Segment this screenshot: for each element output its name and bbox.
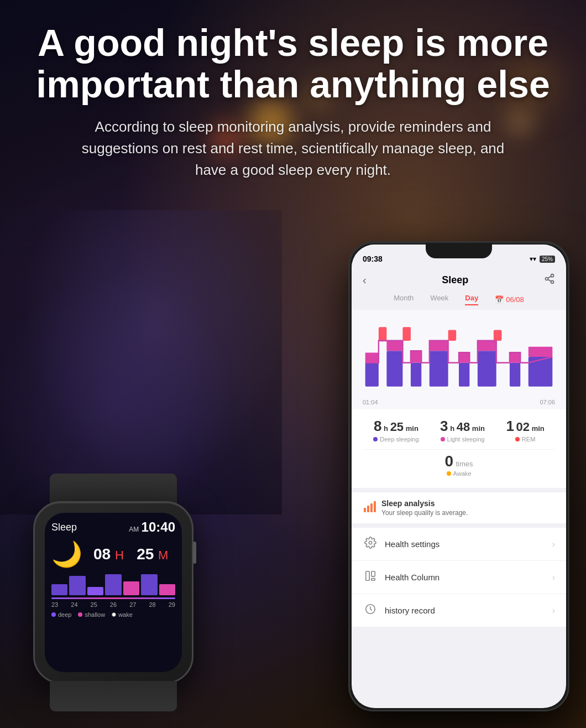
stat-rem-value: 1 02 min	[506, 418, 544, 435]
svg-rect-28	[374, 501, 376, 512]
watch-hour: 10:40	[142, 519, 175, 534]
svg-rect-30	[366, 571, 369, 581]
stats-row-main: 8 h 25 min Deep sleeping	[363, 418, 555, 443]
watch-sleep-duration: 08 H 25 M	[93, 545, 168, 563]
legend-label-deep: deep	[58, 611, 71, 618]
smartphone-container: 09:38 ▾▾ 25% ‹ Sleep	[348, 241, 569, 711]
stat-deep-min-unit: min	[406, 424, 418, 433]
legend-dot-shallow	[78, 612, 82, 617]
analysis-icon	[363, 500, 376, 517]
stat-deep-sleep: 8 h 25 min Deep sleeping	[373, 418, 418, 443]
awake-label-text: Awake	[453, 470, 472, 477]
stat-dot-awake	[447, 471, 451, 476]
history-record-icon	[363, 603, 378, 618]
legend-label-shallow: shallow	[85, 611, 105, 618]
smartphone-body: 09:38 ▾▾ 25% ‹ Sleep	[348, 241, 569, 711]
svg-rect-8	[430, 351, 448, 387]
watch-bar-1	[51, 584, 67, 595]
stat-dot-light	[441, 437, 445, 441]
svg-rect-27	[370, 503, 373, 512]
svg-rect-11	[510, 363, 520, 387]
watch-chart-line	[51, 597, 175, 599]
health-column-icon	[363, 570, 378, 585]
header-section: A good night's sleep is more important t…	[0, 0, 586, 192]
watch-hours: 08	[93, 545, 111, 563]
calendar-icon: 📅	[495, 295, 504, 304]
sleep-analysis-section: Sleep analysis Your sleep quality is ave…	[352, 488, 566, 523]
stat-deep-text: Deep sleeping	[380, 436, 418, 443]
svg-line-3	[548, 279, 551, 281]
watch-band-top	[50, 474, 177, 504]
menu-item-health-column[interactable]: Health Column ›	[352, 561, 566, 594]
watch-num-25: 25	[91, 601, 97, 608]
nav-back-button[interactable]: ‹	[363, 274, 367, 287]
svg-rect-17	[459, 352, 469, 362]
legend-dot-wake	[112, 612, 116, 617]
tab-day[interactable]: Day	[465, 294, 478, 305]
watch-m-label: M	[158, 548, 168, 562]
tab-date[interactable]: 📅 06/08	[495, 294, 524, 305]
watch-bar-3	[87, 587, 103, 595]
awake-count: 0	[444, 453, 453, 470]
watch-num-27: 27	[129, 601, 136, 608]
stat-rem-minutes: 02	[516, 420, 530, 434]
watch-bar-4	[105, 574, 121, 595]
stat-light-label: Light sleeping	[440, 436, 485, 443]
watch-minutes: 25	[137, 545, 154, 563]
awake-unit: times	[456, 460, 473, 468]
watch-am-pm: AM	[129, 526, 139, 533]
svg-rect-16	[430, 341, 448, 351]
analysis-title: Sleep analysis	[381, 499, 468, 508]
svg-point-0	[551, 274, 553, 277]
watch-legend: deep shallow wake	[51, 611, 175, 618]
menu-item-health-settings[interactable]: Health settings ›	[352, 528, 566, 561]
tab-month[interactable]: Month	[394, 294, 414, 305]
watch-bar-6	[141, 574, 157, 595]
svg-rect-26	[367, 506, 369, 512]
nav-share-button[interactable]	[544, 273, 555, 287]
battery-display: 25%	[540, 256, 555, 263]
phone-nav: ‹ Sleep	[352, 269, 566, 292]
watch-num-26: 26	[110, 601, 117, 608]
wifi-icon: ▾▾	[530, 255, 536, 263]
watch-bar-numbers: 23 24 25 26 27 28 29	[51, 601, 175, 608]
stat-rem-min-unit: min	[532, 424, 545, 433]
watch-num-23: 23	[51, 601, 58, 608]
svg-rect-10	[478, 351, 496, 387]
watch-num-28: 28	[149, 601, 155, 608]
stat-deep-value: 8 h 25 min	[373, 418, 418, 435]
menu-section: Health settings › Health Column ›	[352, 523, 566, 627]
stat-rem-label: REM	[506, 436, 544, 443]
legend-dot-deep	[51, 612, 56, 617]
watch-time-display: AM 10:40	[129, 519, 175, 535]
stat-light-minutes: 48	[457, 420, 470, 434]
stat-light-h-unit: h	[450, 424, 454, 433]
menu-item-history-record[interactable]: history record ›	[352, 594, 566, 627]
stat-rem-text: REM	[522, 436, 535, 443]
tab-date-value: 06/08	[506, 295, 524, 304]
watch-bar-5	[123, 581, 139, 595]
svg-rect-13	[365, 352, 379, 362]
stat-light-value: 3 h 48 min	[440, 418, 485, 435]
analysis-description: Your sleep quality is average.	[381, 509, 468, 517]
analysis-text: Sleep analysis Your sleep quality is ave…	[381, 499, 468, 517]
stat-deep-label: Deep sleeping	[373, 436, 418, 443]
nav-title: Sleep	[442, 274, 468, 286]
svg-rect-19	[510, 352, 520, 362]
subtitle: According to sleep monitoring analysis, …	[72, 116, 514, 181]
svg-point-1	[545, 278, 548, 280]
svg-rect-31	[372, 571, 375, 576]
watch-crown-button[interactable]	[193, 542, 196, 564]
watch-sleep-bars	[51, 573, 175, 595]
stat-deep-minutes: 25	[390, 420, 404, 434]
sleep-stats: 8 h 25 min Deep sleeping	[352, 409, 566, 488]
awake-section: 0 times Awake	[363, 449, 555, 480]
watch-sleep-label: Sleep	[51, 522, 77, 533]
menu-arrow-history-record: ›	[552, 606, 555, 616]
awake-label: Awake	[363, 470, 555, 477]
tab-week[interactable]: Week	[430, 294, 448, 305]
svg-rect-18	[478, 341, 496, 351]
smartwatch-body: Sleep AM 10:40 🌙 08 H 25 M	[33, 501, 193, 684]
stat-rem-hours: 1	[506, 418, 514, 434]
svg-point-2	[551, 280, 553, 283]
